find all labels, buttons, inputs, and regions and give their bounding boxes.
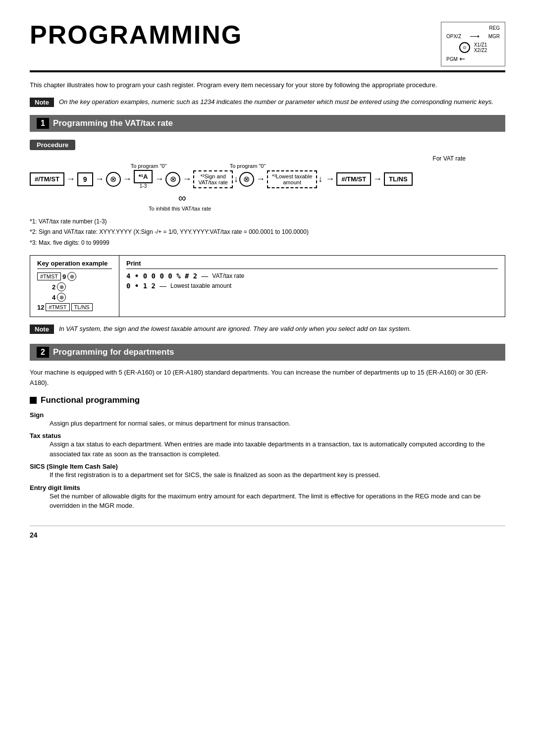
print-line2-value: 0 • 1 2 (126, 282, 156, 290)
koe-box-x1: ⊗ (67, 272, 76, 281)
loop-symbol: ∞ (178, 192, 186, 205)
def-term-sics: SICS (Single Item Cash Sale) (30, 463, 505, 470)
page-title: PROGRAMMING (30, 20, 242, 50)
section1-header: 1 Programming the VAT/tax rate (30, 115, 505, 132)
flow-arrow8: → (371, 174, 384, 184)
flow-box-lowest: *³Lowest taxableamount (267, 170, 317, 188)
def-desc-sics: If the first registration is to a depart… (30, 470, 505, 480)
section1-title: Programming the VAT/tax rate (53, 118, 173, 128)
koe-val-9: 9 (62, 273, 66, 280)
def-desc-tax: Assign a tax status to each department. … (30, 439, 505, 459)
section2-header: 2 Programming for departments (30, 344, 505, 361)
flow-arrow5: → (180, 174, 193, 184)
def-desc-sign: Assign plus department for normal sales,… (30, 419, 505, 429)
flow-arrow4: → (153, 174, 165, 184)
koe-box-tmst2: #TMST (46, 303, 69, 311)
flow-box-sign-vat: *²Sign andVAT/tax rate (193, 170, 233, 188)
flow-box-tmst2: #/TM/ST (336, 172, 371, 186)
flow-box-1a: *¹A (134, 170, 153, 183)
note2-text: In VAT system, the sign and the lowest t… (59, 324, 411, 334)
flow-circle-3: ⊗ (239, 172, 254, 187)
flow-arrow3: → (121, 174, 134, 184)
flow-circle-2: ⊗ (165, 172, 180, 187)
koe-box-x3: ⊗ (57, 293, 66, 302)
flow-down-arrow1: ↓ (233, 174, 239, 184)
koe-table: Key operation example #TMST 9 ⊗ 2 ⊗ 4 ⊗ … (30, 255, 505, 317)
inhibit-label: To inhibit this VAT/tax rate (30, 206, 505, 212)
intro-text: This chapter illustrates how to program … (30, 80, 505, 90)
print-line1-label: VAT/tax rate (212, 272, 244, 279)
koe-box-tlns: TL/NS (71, 303, 93, 311)
flow-note-1a: 1-3 (140, 183, 147, 189)
def-term-tax: Tax status (30, 432, 505, 439)
note1-label: Note (30, 98, 54, 107)
flow-diagram: To program "0" To program "0" #/TM/ST → … (30, 163, 505, 212)
print-line1-value: 4 • 0 0 0 0 % # 2 (126, 272, 197, 280)
functional-square (30, 397, 37, 404)
def-item-tax: Tax status Assign a tax status to each d… (30, 432, 505, 459)
functional-header: Functional programming (30, 395, 505, 405)
definitions: Sign Assign plus department for normal s… (30, 411, 505, 511)
flow-box-tlns: TL/NS (384, 172, 413, 186)
koe-box-x2: ⊗ (57, 282, 66, 291)
key-diagram: REG OPX/Z ⟶ MGR ⊙ X1/Z1 X2/Z2 PGM ↙ (441, 22, 505, 66)
section1-number: 1 (37, 118, 49, 129)
koe-header-left: Key operation example (37, 260, 112, 269)
procedure-label: Procedure (30, 140, 75, 150)
koe-val-12: 12 (37, 304, 44, 311)
flow-arrow7: → (323, 174, 336, 184)
flow-label-prog0-2: To program "0" (218, 163, 277, 169)
dept-intro: Your machine is equipped with 5 (ER-A160… (30, 368, 505, 388)
section2-number: 2 (37, 347, 49, 358)
note2-label: Note (30, 324, 54, 334)
flow-arrow1: → (64, 174, 77, 184)
koe-box-tmst: #TMST (37, 272, 61, 280)
flow-arrow2: → (93, 174, 106, 184)
def-term-sign: Sign (30, 411, 505, 419)
def-term-entry: Entry digit limits (30, 484, 505, 491)
def-item-entry: Entry digit limits Set the number of all… (30, 484, 505, 511)
def-desc-entry: Set the number of allowable digits for t… (30, 491, 505, 511)
koe-val-2: 2 (52, 283, 55, 291)
flow-down-arrow2: ↓ (317, 174, 323, 184)
note1-box: Note On the key operation examples, nume… (30, 97, 505, 107)
print-line2-label: Lowest taxable amount (170, 282, 231, 289)
flow-label-prog0-1: To program "0" (119, 163, 178, 169)
koe-val-4: 4 (52, 294, 55, 301)
koe-header-right: Print (126, 260, 498, 269)
def-item-sics: SICS (Single Item Cash Sale) If the firs… (30, 463, 505, 480)
note1-text: On the key operation examples, numeric s… (59, 97, 493, 107)
vat-rate-label: For VAT rate (432, 155, 466, 162)
flow-box-tmst1: #/TM/ST (30, 172, 64, 186)
flow-arrow6: → (254, 174, 267, 184)
page-number: 24 (30, 526, 505, 539)
footnotes: *1: VAT/tax rate number (1-3) *2: Sign a… (30, 216, 505, 249)
flow-circle-1: ⊗ (106, 172, 121, 187)
note2-box: Note In VAT system, the sign and the low… (30, 324, 505, 334)
section2-title: Programming for departments (53, 347, 174, 357)
def-item-sign: Sign Assign plus department for normal s… (30, 411, 505, 429)
flow-box-9: 9 (77, 172, 93, 186)
